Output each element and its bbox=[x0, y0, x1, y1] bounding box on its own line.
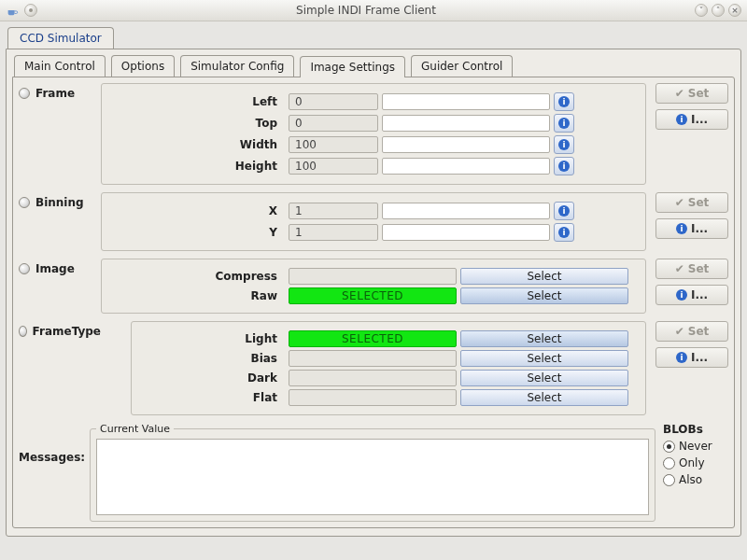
frame-height-label: Height bbox=[107, 160, 285, 173]
frametype-dark-status bbox=[289, 370, 457, 386]
frametype-dark-label: Dark bbox=[137, 371, 285, 385]
frame-left-value: 0 bbox=[289, 93, 378, 110]
blobs-also-radio[interactable] bbox=[663, 474, 675, 486]
frametype-bias-select-button[interactable]: Select bbox=[460, 350, 628, 367]
current-value-legend: Current Value bbox=[96, 423, 174, 435]
java-icon bbox=[6, 4, 19, 17]
messages-textarea[interactable] bbox=[96, 439, 649, 515]
blobs-only-label: Only bbox=[679, 456, 705, 469]
frametype-set-button[interactable]: ✔Set bbox=[655, 321, 728, 342]
status-dot-icon bbox=[19, 88, 30, 99]
frame-set-button[interactable]: ✔Set bbox=[655, 83, 728, 104]
device-tab-strip: CCD Simulator bbox=[7, 27, 747, 49]
frametype-group-label: FrameType bbox=[19, 321, 101, 338]
footer: Messages: Current Value BLOBs Never Only… bbox=[19, 423, 728, 522]
frame-left-label: Left bbox=[107, 95, 285, 108]
check-icon: ✔ bbox=[675, 196, 684, 209]
info-icon: i bbox=[676, 114, 687, 125]
frame-width-value: 100 bbox=[289, 136, 378, 153]
frametype-bias-label: Bias bbox=[137, 352, 285, 365]
minimize-icon[interactable]: ˅ bbox=[695, 4, 708, 17]
blobs-never-label: Never bbox=[679, 440, 712, 453]
blobs-never-radio[interactable] bbox=[663, 441, 675, 453]
frametype-flat-select-button[interactable]: Select bbox=[460, 389, 628, 406]
window-menu-icon[interactable] bbox=[24, 4, 37, 17]
check-icon: ✔ bbox=[675, 262, 684, 275]
maximize-icon[interactable]: ˄ bbox=[712, 4, 725, 17]
info-icon: i bbox=[676, 352, 687, 363]
binning-y-value: 1 bbox=[289, 224, 378, 241]
frame-height-input[interactable] bbox=[382, 158, 550, 175]
frame-group-label: Frame bbox=[19, 83, 101, 100]
binning-y-label: Y bbox=[107, 226, 285, 239]
blobs-only-radio[interactable] bbox=[663, 457, 675, 469]
frame-width-input[interactable] bbox=[382, 136, 550, 153]
image-set-button[interactable]: ✔Set bbox=[655, 259, 728, 279]
frametype-light-select-button[interactable]: Select bbox=[460, 330, 628, 347]
image-raw-select-button[interactable]: Select bbox=[460, 287, 628, 304]
image-group-box: CompressSelect RawSELECTEDSelect bbox=[101, 259, 646, 314]
tab-guider-control[interactable]: Guider Control bbox=[411, 55, 513, 77]
window-title: Simple INDI Frame Client bbox=[43, 4, 689, 17]
binning-x-label: X bbox=[107, 204, 285, 217]
tab-options[interactable]: Options bbox=[111, 55, 175, 77]
check-icon: ✔ bbox=[675, 87, 684, 100]
info-icon: i bbox=[676, 289, 687, 301]
tab-image-settings[interactable]: Image Settings bbox=[300, 56, 405, 77]
frame-top-input[interactable] bbox=[382, 115, 550, 132]
current-value-fieldset: Current Value bbox=[90, 423, 655, 522]
image-title: Image bbox=[35, 262, 75, 275]
frame-top-label: Top bbox=[107, 117, 285, 130]
binning-set-button[interactable]: ✔Set bbox=[655, 192, 728, 213]
image-info-button[interactable]: iI... bbox=[655, 285, 728, 305]
binning-group: Binning X1i Y1i ✔Set iI... bbox=[19, 192, 728, 251]
binning-title: Binning bbox=[35, 196, 84, 209]
frame-top-value: 0 bbox=[289, 115, 378, 132]
frame-group: Frame Left0i Top0i Width100i Height100i … bbox=[19, 83, 728, 185]
image-compress-label: Compress bbox=[107, 270, 285, 283]
binning-x-value: 1 bbox=[289, 203, 378, 219]
frame-group-box: Left0i Top0i Width100i Height100i bbox=[101, 83, 646, 185]
close-icon[interactable]: × bbox=[728, 4, 741, 17]
frametype-light-label: Light bbox=[137, 332, 285, 345]
blobs-box: BLOBs Never Only Also bbox=[663, 423, 728, 490]
frametype-dark-select-button[interactable]: Select bbox=[460, 370, 628, 386]
status-dot-icon bbox=[19, 326, 27, 337]
info-icon[interactable]: i bbox=[554, 114, 574, 133]
blobs-title: BLOBs bbox=[663, 423, 728, 436]
info-icon[interactable]: i bbox=[554, 135, 574, 154]
status-dot-icon bbox=[19, 263, 30, 274]
tab-main-control[interactable]: Main Control bbox=[14, 55, 106, 77]
image-compress-select-button[interactable]: Select bbox=[460, 268, 628, 285]
frame-title: Frame bbox=[35, 87, 75, 100]
binning-group-label: Binning bbox=[19, 192, 101, 209]
image-raw-status: SELECTED bbox=[289, 287, 457, 304]
property-tab-strip: Main Control Options Simulator Config Im… bbox=[14, 55, 735, 77]
frametype-flat-status bbox=[289, 389, 457, 406]
frame-height-value: 100 bbox=[289, 158, 378, 175]
frametype-light-status: SELECTED bbox=[289, 330, 457, 347]
frame-width-label: Width bbox=[107, 138, 285, 151]
info-icon[interactable]: i bbox=[554, 202, 574, 220]
image-raw-label: Raw bbox=[107, 289, 285, 302]
info-icon[interactable]: i bbox=[554, 157, 574, 175]
frametype-title: FrameType bbox=[33, 325, 101, 338]
info-icon[interactable]: i bbox=[554, 223, 574, 242]
messages-label: Messages: bbox=[19, 423, 82, 464]
frametype-flat-label: Flat bbox=[137, 391, 285, 404]
binning-info-button[interactable]: iI... bbox=[655, 218, 728, 239]
frame-info-button[interactable]: iI... bbox=[655, 109, 728, 130]
status-dot-icon bbox=[19, 197, 30, 208]
tab-simulator-config[interactable]: Simulator Config bbox=[180, 55, 294, 77]
image-group-label: Image bbox=[19, 259, 101, 275]
device-tab-ccd-simulator[interactable]: CCD Simulator bbox=[7, 27, 114, 49]
binning-y-input[interactable] bbox=[382, 224, 550, 241]
frame-left-input[interactable] bbox=[382, 93, 550, 110]
frametype-bias-status bbox=[289, 350, 457, 367]
window-titlebar: Simple INDI Frame Client ˅ ˄ × bbox=[0, 0, 747, 21]
binning-group-box: X1i Y1i bbox=[101, 192, 646, 251]
frametype-info-button[interactable]: iI... bbox=[655, 347, 728, 368]
frametype-group-box: LightSELECTEDSelect BiasSelect DarkSelec… bbox=[131, 321, 646, 415]
binning-x-input[interactable] bbox=[382, 203, 550, 219]
info-icon[interactable]: i bbox=[554, 92, 574, 111]
